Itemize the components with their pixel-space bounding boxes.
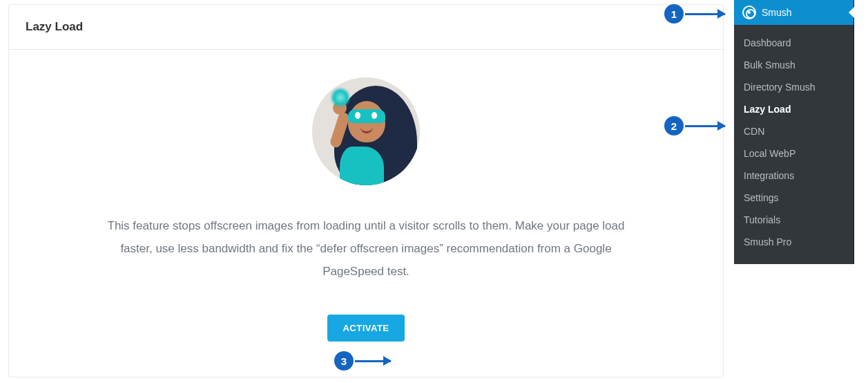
menu-item-dashboard[interactable]: Dashboard (734, 32, 853, 54)
menu-item-integrations[interactable]: Integrations (734, 165, 853, 187)
menu-item-directory-smush[interactable]: Directory Smush (734, 76, 853, 98)
menu-item-lazy-load[interactable]: Lazy Load (734, 98, 853, 120)
card-header: Lazy Load (9, 5, 723, 50)
smush-submenu: Smush Dashboard Bulk Smush Directory Smu… (734, 0, 854, 264)
hero-illustration (312, 77, 420, 185)
smush-icon (742, 6, 756, 19)
activate-button[interactable]: ACTIVATE (327, 315, 404, 342)
menu-item-tutorials[interactable]: Tutorials (734, 209, 853, 231)
page-title: Lazy Load (26, 20, 706, 34)
menu-item-bulk-smush[interactable]: Bulk Smush (734, 54, 853, 76)
card-body: This feature stops offscreen images from… (9, 50, 723, 342)
menu-item-settings[interactable]: Settings (734, 187, 853, 209)
menu-item-cdn[interactable]: CDN (734, 120, 853, 142)
menu-header-smush[interactable]: Smush (734, 0, 853, 25)
feature-description: This feature stops offscreen images from… (104, 214, 628, 283)
menu-item-local-webp[interactable]: Local WebP (734, 142, 853, 165)
menu-body: Dashboard Bulk Smush Directory Smush Laz… (734, 25, 853, 264)
lazy-load-card: Lazy Load This feature stops offscreen i… (8, 4, 724, 377)
menu-header-label: Smush (762, 7, 792, 18)
menu-item-smush-pro[interactable]: Smush Pro (734, 231, 853, 253)
